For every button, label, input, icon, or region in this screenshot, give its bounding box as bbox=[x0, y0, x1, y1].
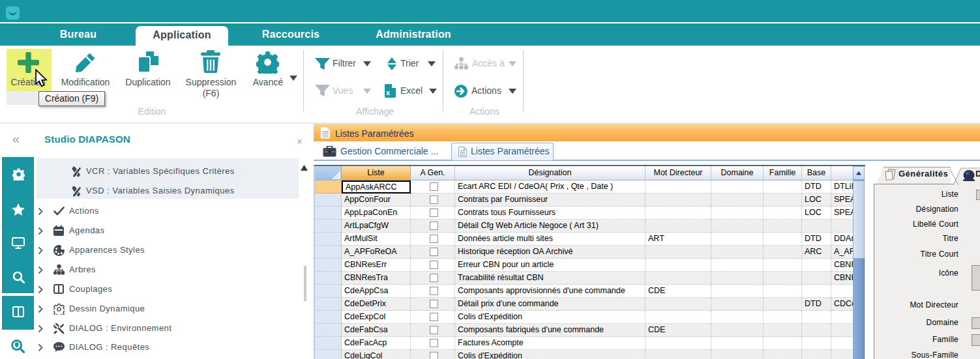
svg-text:x: x bbox=[386, 89, 391, 96]
